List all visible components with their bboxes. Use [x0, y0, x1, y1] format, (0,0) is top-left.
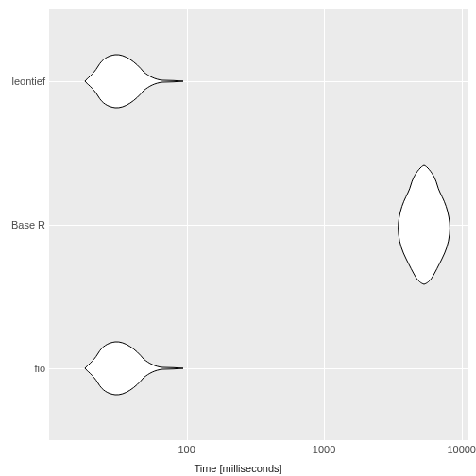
- x-tick-10000: 10000: [447, 444, 476, 455]
- y-tick-baser: Base R: [11, 219, 45, 230]
- y-tick-fio: fio: [34, 363, 45, 374]
- plot-panel: leontief Base R fio 100 1000 10000: [49, 9, 468, 440]
- x-tick-100: 100: [178, 444, 195, 455]
- y-tick-leontief: leontief: [12, 76, 45, 87]
- violin-base-r: [49, 9, 468, 440]
- x-axis-title: Time [milliseconds]: [194, 463, 281, 474]
- violin-chart: leontief Base R fio 100 1000 10000 Time …: [0, 0, 476, 476]
- x-tick-1000: 1000: [313, 444, 335, 455]
